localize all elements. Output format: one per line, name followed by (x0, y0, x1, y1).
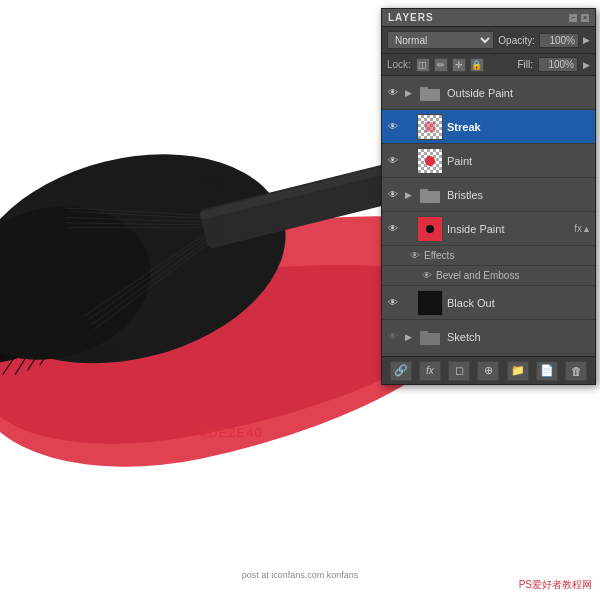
layer-sub-bevel: 👁 Bevel and Emboss (382, 266, 595, 286)
opacity-label: Opacity: (498, 35, 535, 46)
panel-close-btn[interactable]: × (581, 14, 589, 22)
adjustment-layer-btn[interactable]: ⊕ (477, 361, 499, 381)
panel-collapse-btn[interactable]: − (569, 14, 577, 22)
layer-thumb-paint (417, 148, 443, 174)
layer-fx-arrow[interactable]: ▲ (582, 224, 591, 234)
layer-name-sketch: Sketch (447, 331, 591, 343)
blend-mode-select[interactable]: Normal Multiply Screen (387, 31, 494, 49)
layer-arrow-outside-paint[interactable]: ▶ (403, 86, 413, 100)
layer-fx-badge: fx (574, 223, 582, 234)
layer-arrow-sketch[interactable]: ▶ (403, 330, 413, 344)
svg-rect-43 (420, 87, 428, 91)
layer-eye-streak[interactable]: 👁 (386, 120, 400, 134)
layer-mask-btn[interactable]: ◻ (448, 361, 470, 381)
layer-item-paint[interactable]: 👁 ▶ Paint (382, 144, 595, 178)
lock-position-btn[interactable]: ✛ (452, 58, 466, 72)
layer-styles-btn[interactable]: fx (419, 361, 441, 381)
layer-item-blackout[interactable]: 👁 ▶ Black Out (382, 286, 595, 320)
layer-sub-effects: 👁 Effects (382, 246, 595, 266)
panel-titlebar: LAYERS − × (382, 9, 595, 27)
layer-eye-paint[interactable]: 👁 (386, 154, 400, 168)
layer-thumb-outside-paint (417, 80, 443, 106)
lock-label: Lock: (387, 59, 411, 70)
layer-sub-bevel-label: Bevel and Emboss (436, 270, 519, 281)
layer-name-bristles: Bristles (447, 189, 591, 201)
layers-list: 👁 ▶ Outside Paint 👁 ▶ Streak 👁 ▶ (382, 76, 595, 356)
new-layer-btn[interactable]: 📄 (536, 361, 558, 381)
lock-transparent-btn[interactable]: ◫ (416, 58, 430, 72)
layer-arrow-bristles[interactable]: ▶ (403, 188, 413, 202)
layer-name-streak: Streak (447, 121, 591, 133)
lock-icons: ◫ ✏ ✛ 🔒 (416, 58, 513, 72)
watermark-site: PS爱好者教程网 (519, 578, 592, 592)
delete-layer-btn[interactable]: 🗑 (565, 361, 587, 381)
layer-eye-blackout[interactable]: 👁 (386, 296, 400, 310)
svg-rect-45 (420, 189, 428, 193)
opacity-value[interactable]: 100% (539, 33, 579, 48)
layer-eye-bristles[interactable]: 👁 (386, 188, 400, 202)
layer-name-inside-paint: Inside Paint (447, 223, 571, 235)
layer-thumb-inside-paint (417, 216, 443, 242)
lock-all-btn[interactable]: 🔒 (470, 58, 484, 72)
layer-thumb-sketch (417, 324, 443, 350)
link-layers-btn[interactable]: 🔗 (390, 361, 412, 381)
layer-thumb-blackout (417, 290, 443, 316)
effects-eye[interactable]: 👁 (410, 250, 420, 261)
layer-name-outside-paint: Outside Paint (447, 87, 591, 99)
panel-controls: − × (569, 14, 589, 22)
layer-item-bristles[interactable]: 👁 ▶ Bristles (382, 178, 595, 212)
blend-mode-row: Normal Multiply Screen Opacity: 100% ▶ (382, 27, 595, 54)
layers-panel: LAYERS − × Normal Multiply Screen Opacit… (381, 8, 596, 385)
panel-title: LAYERS (388, 12, 434, 23)
layer-item-outside-paint[interactable]: 👁 ▶ Outside Paint (382, 76, 595, 110)
layer-eye-outside-paint[interactable]: 👁 (386, 86, 400, 100)
layer-item-inside-paint[interactable]: 👁 ▶ Inside Paint fx ▲ (382, 212, 595, 246)
lock-row: Lock: ◫ ✏ ✛ 🔒 Fill: 100% ▶ (382, 54, 595, 76)
bevel-eye[interactable]: 👁 (422, 270, 432, 281)
fill-value[interactable]: 100% (538, 57, 578, 72)
layer-eye-inside-paint[interactable]: 👁 (386, 222, 400, 236)
fill-arrow[interactable]: ▶ (583, 60, 590, 70)
panel-bottom-toolbar: 🔗 fx ◻ ⊕ 📁 📄 🗑 (382, 356, 595, 384)
layer-item-streak[interactable]: 👁 ▶ Streak (382, 110, 595, 144)
layer-item-sketch[interactable]: 👁 ▶ Sketch (382, 320, 595, 354)
layer-eye-sketch[interactable]: 👁 (386, 330, 400, 344)
opacity-arrow[interactable]: ▶ (583, 35, 590, 45)
layer-name-paint: Paint (447, 155, 591, 167)
hex-label: #DE2E40 (200, 425, 263, 440)
lock-paint-btn[interactable]: ✏ (434, 58, 448, 72)
new-group-btn[interactable]: 📁 (507, 361, 529, 381)
svg-rect-47 (420, 331, 428, 335)
layer-name-blackout: Black Out (447, 297, 591, 309)
fill-label: Fill: (517, 59, 533, 70)
layer-sub-effects-label: Effects (424, 250, 454, 261)
watermark-attribution: post at iconfans.com konfans (242, 570, 359, 580)
layer-thumb-bristles (417, 182, 443, 208)
layer-thumb-streak (417, 114, 443, 140)
